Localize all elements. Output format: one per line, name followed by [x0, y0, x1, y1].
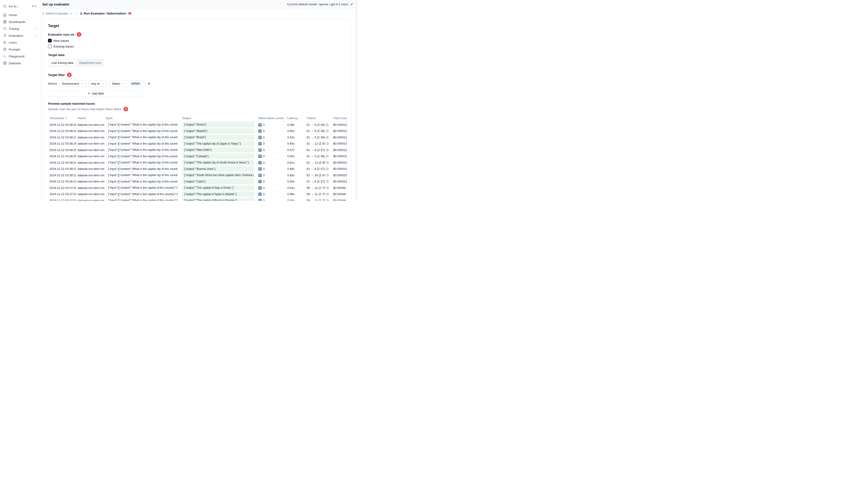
output-cell[interactable]: {"output":"The capital city of Japan is …: [182, 141, 254, 146]
tokens-text: 51 → 12 (Σ 63): [307, 142, 325, 145]
name-cell: dataset-run-item-cm3s4: [76, 129, 104, 133]
goto-search[interactable]: Go to... ⌘ K: [0, 3, 40, 10]
output-cell[interactable]: {"output":"Rome"}: [182, 122, 254, 127]
add-filter-button[interactable]: Add filter: [48, 90, 143, 97]
observation-count: 3: [263, 180, 265, 183]
output-cell[interactable]: {"output":"Canada"}: [182, 154, 254, 159]
input-cell[interactable]: {"input":[{"content":"What is the capita…: [106, 160, 178, 165]
sidebar-item-evaluation[interactable]: Evaluation: [0, 32, 40, 39]
latency-cell: 0.61s: [286, 186, 305, 190]
filter-value-select[interactable]: Select default: [109, 80, 144, 87]
timestamp-cell: 2024-11-22 03:38:28: [48, 129, 76, 133]
sidebar-item-tracing[interactable]: Tracing: [0, 25, 40, 32]
sidebar-item-prompts[interactable]: Prompts: [0, 46, 40, 53]
col-timestamp[interactable]: Timestamp ▼: [48, 117, 76, 120]
input-cell[interactable]: {"input":[{"content":"What is the capita…: [106, 179, 178, 184]
table-row[interactable]: 2024-11-22 03:37:02 dataset-run-item-cm3…: [48, 191, 349, 198]
input-cell[interactable]: {"input":[{"content":"What is the capita…: [106, 141, 178, 146]
col-output[interactable]: Output: [181, 117, 257, 120]
output-cell[interactable]: {"output":"Brazil"}: [182, 135, 254, 140]
observation-levels-cell: i 3: [257, 192, 286, 196]
table-row[interactable]: 2024-11-22 03:38:22 dataset-run-item-cm3…: [48, 172, 349, 178]
input-cell[interactable]: {"input":[{"content":"What is the capita…: [106, 173, 178, 178]
table-row[interactable]: 2024-11-22 03:37:03 dataset-run-item-cm3…: [48, 185, 349, 191]
output-cell[interactable]: {"output":"The capital of Spain is Madri…: [182, 192, 254, 196]
col-observation-levels[interactable]: Observation Levels: [257, 117, 286, 120]
filter-column-select[interactable]: Environment: [60, 80, 86, 87]
table-scrollbar[interactable]: [347, 115, 349, 201]
goto-label: Go to...: [9, 5, 29, 8]
page-scrollbar[interactable]: [356, 0, 357, 201]
info-icon[interactable]: [326, 180, 329, 183]
table-row[interactable]: 2024-11-22 03:38:21 dataset-run-item-cm3…: [48, 178, 349, 185]
info-icon[interactable]: [326, 142, 329, 145]
table-row[interactable]: 2024-11-22 03:37:01 dataset-run-item-cm3…: [48, 197, 349, 201]
name-cell: dataset-run-item-cm3s4: [76, 142, 104, 145]
remove-filter-button[interactable]: [147, 82, 151, 86]
table-row[interactable]: 2024-11-22 03:38:25 dataset-run-item-cm3…: [48, 153, 349, 160]
observation-levels-cell: i 3: [257, 129, 286, 133]
input-cell[interactable]: {"input":[{"content":"What is the capita…: [106, 154, 178, 159]
info-icon[interactable]: [326, 161, 329, 164]
info-icon[interactable]: [326, 193, 329, 196]
col-name[interactable]: Name: [76, 117, 104, 120]
table-row[interactable]: 2024-11-22 03:38:24 dataset-run-item-cm3…: [48, 160, 349, 166]
tab-live-tracing-data[interactable]: Live tracing data: [49, 60, 76, 66]
info-icon[interactable]: [326, 129, 329, 132]
filter-row: Where Environment any of Select default: [48, 80, 346, 87]
table-row[interactable]: 2024-11-22 03:38:26 dataset-run-item-cm3…: [48, 147, 349, 153]
input-cell[interactable]: {"input":[{"content":"What is the capita…: [106, 129, 178, 133]
table-row[interactable]: 2024-11-22 03:38:23 dataset-run-item-cm3…: [48, 166, 349, 172]
table-row[interactable]: 2024-11-22 03:38:28 dataset-run-item-cm3…: [48, 122, 349, 128]
tokens-cell: 51 → 5 (Σ 56): [305, 123, 332, 127]
output-cell[interactable]: {"output":"Buenos Aires"}: [182, 166, 254, 171]
sidebar-item-users[interactable]: Users: [0, 39, 40, 46]
table-row[interactable]: 2024-11-22 03:38:27 dataset-run-item-cm3…: [48, 134, 349, 141]
sidebar-item-datasets[interactable]: Datasets: [0, 60, 40, 67]
checkbox-unchecked[interactable]: [48, 44, 52, 48]
input-cell[interactable]: {"input":[{"content":"What is the capita…: [106, 186, 178, 190]
step-select-evaluator[interactable]: 1. Select Evaluator: [42, 12, 73, 15]
info-icon[interactable]: [326, 149, 329, 152]
table-row[interactable]: 2024-11-22 03:38:28 dataset-run-item-cm3…: [48, 128, 349, 134]
sidebar-item-playground[interactable]: Playground: [0, 53, 40, 60]
info-icon[interactable]: [326, 186, 329, 189]
output-cell[interactable]: {"output":"New Delhi"}: [182, 148, 254, 153]
checkbox-checked-icon[interactable]: [48, 39, 52, 42]
output-cell[interactable]: {"output":"The capital of Brazil is Bras…: [182, 198, 254, 201]
info-icon[interactable]: [326, 199, 329, 201]
input-cell[interactable]: {"input":[{"content":"What is the capita…: [106, 198, 178, 201]
sidebar-item-home[interactable]: Home: [0, 11, 40, 19]
info-icon[interactable]: [326, 174, 329, 177]
table-row[interactable]: 2024-11-22 03:38:26 dataset-run-item-cm3…: [48, 141, 349, 147]
output-cell[interactable]: {"output":"Madrid"}: [182, 129, 254, 133]
info-icon[interactable]: [326, 167, 329, 170]
col-total-cost[interactable]: Total Cost: [332, 117, 349, 120]
tokens-cell: 52 → 13 (Σ 65): [305, 161, 332, 164]
checkbox-existing-traces[interactable]: Existing traces: [48, 44, 346, 48]
output-cell[interactable]: {"output":"Cairo"}: [182, 179, 254, 184]
input-cell[interactable]: {"input":[{"content":"What is the capita…: [106, 122, 178, 127]
sidebar-item-dashboards[interactable]: Dashboards: [0, 19, 40, 25]
breadcrumb-steps: 1. Select Evaluator 2. Run Evaluator: Ha…: [40, 9, 357, 18]
filter-operator-select[interactable]: any of: [89, 80, 107, 87]
col-latency[interactable]: Latency: [286, 117, 305, 120]
input-cell[interactable]: {"input":[{"content":"What is the capita…: [106, 166, 178, 171]
info-icon[interactable]: [326, 136, 329, 139]
latency-cell: 0.53s: [286, 136, 305, 139]
output-cell[interactable]: {"output":"The capital of Italy is Rome.…: [182, 186, 254, 190]
col-input[interactable]: Input: [104, 117, 181, 120]
info-icon[interactable]: [326, 155, 329, 158]
tab-experiment-runs[interactable]: Experiment runs: [76, 60, 104, 66]
output-cell[interactable]: {"output":"The capital city of South Kor…: [182, 160, 254, 165]
pencil-icon[interactable]: [350, 3, 353, 6]
latency-cell: 0.57s: [286, 148, 305, 152]
col-tokens[interactable]: Tokens: [305, 117, 332, 120]
input-cell[interactable]: {"input":[{"content":"What is the capita…: [106, 192, 178, 196]
checkbox-new-traces[interactable]: New traces: [48, 39, 346, 42]
input-cell[interactable]: {"input":[{"content":"What is the capita…: [106, 135, 178, 140]
sidebar-item-label: Tracing: [9, 27, 32, 31]
input-cell[interactable]: {"input":[{"content":"What is the capita…: [106, 148, 178, 153]
info-icon[interactable]: [326, 123, 329, 126]
output-cell[interactable]: {"output":"South Africa has three capita…: [182, 173, 254, 178]
